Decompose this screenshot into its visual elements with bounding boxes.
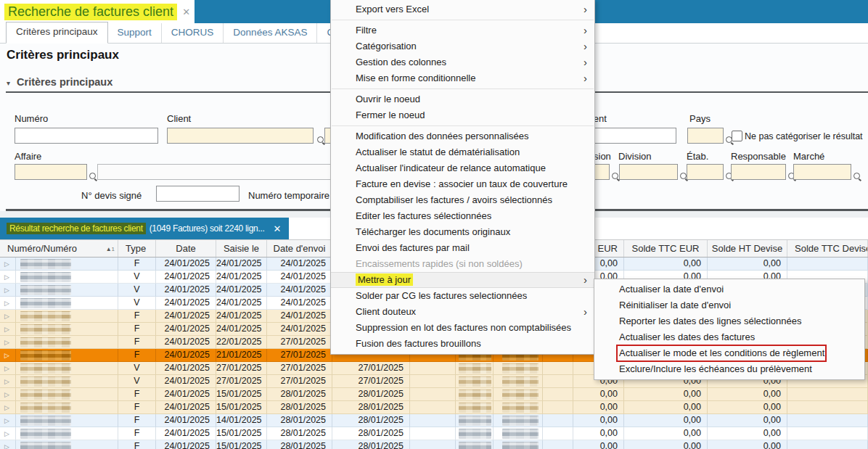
column-header-a4[interactable]: Solde TTC Devise [787,240,868,257]
numero-input[interactable] [15,128,158,144]
expand-row-icon[interactable]: ▷ [0,430,9,437]
tab-chorus[interactable]: CHORUS [162,23,224,43]
menu-item[interactable]: Catégorisation› [331,38,594,54]
marche-input[interactable] [793,164,851,180]
devis-signe-label: N° devis signé [81,190,142,201]
submenu-arrow-icon: › [584,22,587,38]
redacted-client-name [502,376,539,387]
menu-item[interactable]: Editer les factures sélectionnées [331,208,594,224]
expand-row-icon[interactable]: ▷ [0,273,9,281]
submenu-item[interactable]: Actualiser le mode et les conditions de … [594,345,864,361]
submenu-item[interactable]: Actualiser la date d'envoi [594,281,864,297]
expand-row-icon[interactable]: ▷ [0,404,9,411]
redacted-client [459,376,491,387]
table-row[interactable]: ▷F24/01/202515/01/202528/01/202528/01/20… [0,440,868,449]
section-header[interactable]: ▾ Critères principaux [7,76,112,88]
submenu-item[interactable]: Actualiser les dates des factures [594,329,864,345]
cell-blank [543,427,573,440]
table-row[interactable]: ▷F24/01/202515/01/202528/01/202528/01/20… [0,388,868,401]
row-expander-cell: ▷ [0,375,16,388]
cell-blank [410,427,456,440]
column-header-type[interactable]: Type [118,240,156,257]
marche-label: Marché [793,151,824,162]
tab-donn-es-aksas[interactable]: Données AKSAS [224,23,317,43]
menu-item[interactable]: Ouvrir le noeud [331,91,594,107]
cell-date-envoi: 28/01/2025 [267,427,332,440]
menu-item[interactable]: Mettre à jour› [331,272,594,288]
expand-row-icon[interactable]: ▷ [0,443,9,449]
column-header-envoi[interactable]: Date d'envoi [267,240,332,257]
menu-item[interactable]: Facture en devise : associer un taux de … [331,176,594,192]
menu-item[interactable]: Filtre› [331,22,594,38]
result-close-icon[interactable]: ✕ [274,223,282,234]
column-header-date[interactable]: Date [156,240,216,257]
devis-signe-input[interactable] [156,186,239,202]
redacted-client-name [502,442,539,449]
submenu-item[interactable]: Exclure/Inclure les échéances du prélève… [594,361,864,377]
menu-item[interactable]: Export vers Excel› [331,1,594,17]
client-lookup-icon[interactable] [317,136,324,143]
responsable-input[interactable] [731,164,786,180]
menu-item[interactable]: Actualiser l'indicateur de relance autom… [331,160,594,176]
menu-item[interactable]: Modification des données personnalisées [331,128,594,144]
result-tab[interactable]: Résultat recherche de factures client (1… [0,218,289,239]
menu-item[interactable]: Actualiser le statut de dématérialisatio… [331,144,594,160]
expand-row-icon[interactable]: ▷ [0,300,9,307]
menu-item[interactable]: Fusion des factures brouillons [331,336,594,352]
expand-row-icon[interactable]: ▷ [0,313,9,320]
column-header-saisie[interactable]: Saisie le [216,240,267,257]
menu-item[interactable]: Solder par CG les factures selectionnées [331,288,594,304]
menu-item[interactable]: Envoi des factures par mail [331,240,594,256]
menu-item[interactable]: Télécharger les documents originaux [331,224,594,240]
redacted-client [459,429,491,439]
affaire-input[interactable] [15,164,87,180]
close-icon[interactable]: ✕ [182,7,190,17]
expand-row-icon[interactable]: ▷ [0,365,9,372]
pays-input[interactable] [687,128,724,144]
table-row[interactable]: ▷F24/01/202515/01/202528/01/202528/01/20… [0,401,868,414]
redacted-numero [20,403,71,413]
expand-row-icon[interactable]: ▷ [0,378,9,385]
division1-lookup-icon[interactable] [612,173,618,179]
etablissement-input[interactable] [687,164,724,180]
affaire-lookup-icon[interactable] [89,173,96,179]
expand-row-icon[interactable]: ▷ [0,287,9,294]
division2-input[interactable] [619,164,678,180]
collapse-caret-icon[interactable]: ▾ [7,79,10,87]
menu-item[interactable]: Mise en forme conditionnelle› [331,70,594,86]
redacted-numero [20,442,71,449]
no-categorize-checkbox[interactable] [732,131,742,141]
cell-date-envoi: 28/01/2025 [267,440,332,449]
submenu-item[interactable]: Reporter les dates des lignes sélectionn… [594,313,864,329]
menu-item[interactable]: Suppression en lot des factures non comp… [331,320,594,336]
expand-row-icon[interactable]: ▷ [0,260,9,268]
submenu-item[interactable]: Réinitialiser la date d'envoi [594,297,864,313]
column-header-a3[interactable]: Solde HT Devise [708,240,787,257]
menu-item[interactable]: Gestion des colonnes› [331,54,594,70]
division2-lookup-icon[interactable] [680,173,687,179]
cell-solde-ttc-eur: 0,00 [624,414,708,427]
menu-item: Encaissements rapides (si non soldées) [331,256,594,272]
cell-client-name-redacted [494,388,543,401]
column-header-a2[interactable]: Solde TTC EUR [624,240,708,257]
row-expander-cell: ▷ [0,284,16,297]
expand-row-icon[interactable]: ▷ [0,417,9,424]
marche-lookup-icon[interactable] [853,173,860,179]
tab-crit-res-principaux[interactable]: Critères principaux [6,22,108,44]
menu-item[interactable]: Fermer le noeud [331,107,594,123]
redacted-client-name [502,363,539,374]
column-header-numero[interactable]: ▲1Numéro/Numéro [0,240,118,257]
tab-recherche-factures-client[interactable]: Recherche de factures client ✕ [4,1,190,22]
tab-support[interactable]: Support [108,23,162,43]
expand-row-icon[interactable]: ▷ [0,391,9,398]
expand-row-icon[interactable]: ▷ [0,339,9,346]
table-row[interactable]: ▷F24/01/202514/01/202528/01/202528/01/20… [0,414,868,427]
redacted-numero [20,259,71,269]
menu-item[interactable]: Comptabiliser les factures / avoirs séle… [331,192,594,208]
cell-numero-redacted [16,336,118,349]
client-input[interactable] [167,128,314,144]
expand-row-icon[interactable]: ▷ [0,352,9,359]
menu-item[interactable]: Client douteux› [331,304,594,320]
table-row[interactable]: ▷F24/01/202515/01/202528/01/202528/01/20… [0,427,868,440]
expand-row-icon[interactable]: ▷ [0,326,9,333]
